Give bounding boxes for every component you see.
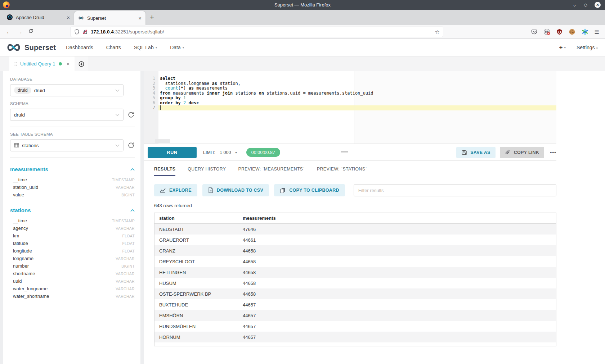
- chevron-down-icon: ▾: [596, 46, 598, 50]
- filter-results-input[interactable]: [354, 184, 556, 196]
- table-row[interactable]: BUXTEHUDE44657: [154, 299, 556, 310]
- copy-link-button[interactable]: COPY LINK: [500, 147, 544, 158]
- schema-table-section-stations[interactable]: stations: [10, 207, 135, 213]
- new-query-tab-button[interactable]: [75, 56, 88, 71]
- rows-returned-label: 643 rows returned: [154, 203, 556, 208]
- download-csv-button[interactable]: DOWNLOAD TO CSV: [202, 184, 269, 196]
- cookie-icon[interactable]: [569, 28, 575, 35]
- code-line[interactable]: count(*) as measurements: [158, 86, 556, 91]
- column-name: water_longname: [13, 286, 48, 291]
- copy-to-clipboard-button[interactable]: COPY TO CLIPBOARD: [274, 184, 345, 196]
- browser-tab-superset[interactable]: Superset ×: [74, 11, 145, 25]
- schema-table-name[interactable]: measurements: [10, 166, 48, 172]
- code-line[interactable]: group by 1: [158, 96, 556, 101]
- nav-data[interactable]: Data▾: [170, 45, 184, 50]
- tab-close-icon[interactable]: ×: [138, 15, 142, 21]
- gutter-line-number: 4: [144, 91, 158, 96]
- schema-select[interactable]: druid: [10, 109, 124, 121]
- save-as-button[interactable]: SAVE AS: [456, 147, 496, 158]
- forward-button[interactable]: →: [14, 29, 25, 35]
- paperclip-icon: [505, 150, 511, 155]
- table-row[interactable]: HÖRNUM44657: [154, 332, 556, 342]
- code-line[interactable]: [158, 105, 556, 110]
- brand-name[interactable]: Superset: [24, 44, 56, 52]
- column-type: VARCHAR: [116, 185, 135, 190]
- divider: [10, 127, 135, 127]
- menu-icon[interactable]: ☰: [595, 29, 599, 35]
- code-line[interactable]: from measurements inner join stations on…: [158, 91, 556, 96]
- editor-code[interactable]: select stations.longname as station, cou…: [158, 71, 556, 110]
- window-maximize-button[interactable]: ◇: [584, 3, 587, 7]
- column-name: shortname: [13, 271, 35, 276]
- refresh-schema-icon[interactable]: [127, 111, 135, 118]
- cell-station: HÖRNUM: [154, 332, 238, 342]
- browser-tab-apache-druid[interactable]: Apache Druid ×: [3, 10, 74, 25]
- chart-line-icon: [160, 188, 166, 193]
- drag-handle-icon[interactable]: [14, 62, 17, 66]
- nav-charts[interactable]: Charts: [106, 45, 121, 50]
- chevron-down-icon: ▾: [183, 46, 184, 49]
- chevron-up-icon[interactable]: [130, 209, 135, 212]
- code-line[interactable]: select: [158, 76, 556, 81]
- tab-results[interactable]: RESULTS: [154, 167, 175, 176]
- query-tab-close-icon[interactable]: ×: [67, 61, 70, 67]
- bookmark-star-icon[interactable]: ☆: [435, 29, 440, 35]
- tab-close-icon[interactable]: ×: [67, 14, 70, 21]
- column-header-station[interactable]: station: [154, 213, 238, 223]
- table-row[interactable]: OSTE-SPERRWERK BP44658: [154, 288, 556, 299]
- reload-button[interactable]: [25, 28, 36, 35]
- window-minimize-button[interactable]: ⌄: [573, 3, 577, 7]
- more-menu-button[interactable]: •••: [550, 150, 556, 155]
- pocket-icon[interactable]: [531, 29, 537, 35]
- nav-sql-lab[interactable]: SQL Lab▾: [134, 45, 157, 50]
- table-select[interactable]: stations: [10, 139, 124, 151]
- insecure-lock-icon[interactable]: [82, 29, 88, 35]
- tab-preview-measurements[interactable]: PREVIEW: `MEASUREMENTS`: [238, 167, 305, 176]
- limit-control[interactable]: LIMIT: 1 000 ▾: [203, 150, 237, 155]
- column-name: number: [13, 263, 29, 269]
- sql-editor[interactable]: 1234567 select stations.longname as stat…: [144, 71, 605, 144]
- tab-preview-stations[interactable]: PREVIEW: `STATIONS`: [317, 167, 367, 176]
- tracking-shield-icon[interactable]: [74, 29, 80, 35]
- superset-logo[interactable]: [6, 43, 22, 52]
- column-header-measurements[interactable]: measurements: [238, 213, 556, 223]
- settings-menu[interactable]: Settings ▾: [577, 45, 598, 50]
- window-close-button[interactable]: ✕: [595, 2, 601, 8]
- editor-scrollbar-thumb[interactable]: [155, 139, 170, 143]
- schema-table-section-measurements[interactable]: measurements: [10, 166, 135, 172]
- database-select[interactable]: druid druid: [10, 84, 124, 96]
- refresh-tables-icon[interactable]: [127, 142, 135, 149]
- tab-query-history[interactable]: QUERY HISTORY: [188, 167, 226, 176]
- query-tab[interactable]: Untitled Query 1 ×: [9, 56, 75, 71]
- explore-button[interactable]: EXPLORE: [154, 184, 197, 196]
- table-row[interactable]: HUNDSMÜHLEN44657: [154, 321, 556, 332]
- table-row[interactable]: KRAUTSAND44657: [154, 342, 556, 346]
- query-tab-title[interactable]: Untitled Query 1: [20, 61, 55, 67]
- code-line[interactable]: stations.longname as station,: [158, 81, 556, 86]
- new-tab-button[interactable]: +: [145, 10, 158, 25]
- column-type: VARCHAR: [116, 287, 135, 291]
- ublock-icon[interactable]: [556, 29, 563, 35]
- url-bar[interactable]: 172.18.0.4:32251/superset/sqllab/ ☆: [71, 27, 443, 37]
- code-line[interactable]: order by 2 desc: [158, 101, 556, 106]
- extension-asterisk-icon[interactable]: [582, 28, 588, 35]
- cell-measurements: 44657: [238, 299, 556, 310]
- account-mask-icon[interactable]: [543, 28, 550, 35]
- cell-station: KRAUTSAND: [154, 342, 238, 346]
- table-row[interactable]: NEUSTADT47646: [154, 224, 556, 235]
- table-row[interactable]: CRANZ44658: [154, 245, 556, 256]
- schema-column-row: __timeTIMESTAMP: [10, 176, 135, 183]
- table-row[interactable]: DREYSCHLOOT44658: [154, 256, 556, 267]
- nav-dashboards[interactable]: Dashboards: [66, 45, 93, 50]
- table-row[interactable]: GRAUERORT44661: [154, 235, 556, 245]
- table-row[interactable]: HUSUM44658: [154, 278, 556, 288]
- results-actions: EXPLORE DOWNLOAD TO CSV COPY TO CLIPBOAR…: [154, 184, 556, 196]
- table-row[interactable]: HETLINGEN44658: [154, 267, 556, 278]
- table-row[interactable]: EMSHÖRN44657: [154, 310, 556, 321]
- chevron-up-icon[interactable]: [130, 168, 135, 171]
- run-button[interactable]: RUN: [148, 147, 197, 158]
- pane-splitter-grip[interactable]: [341, 151, 348, 154]
- add-new-button[interactable]: +▾: [559, 44, 566, 51]
- schema-table-name[interactable]: stations: [10, 207, 31, 213]
- back-button[interactable]: ←: [4, 29, 14, 35]
